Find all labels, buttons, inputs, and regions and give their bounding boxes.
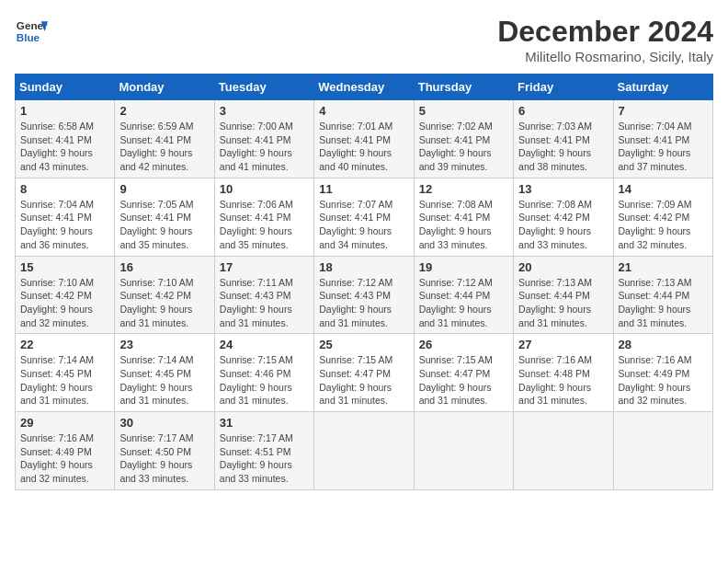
calendar-empty-cell [314,412,414,490]
weekday-header-friday: Friday [514,75,613,100]
calendar-day-4: 4 Sunrise: 7:01 AM Sunset: 4:41 PM Dayli… [314,100,414,178]
daylight-hours: Daylight: 9 hours and 31 minutes. [319,382,392,407]
sunset-time: Sunset: 4:48 PM [518,368,590,379]
calendar-day-21: 21 Sunrise: 7:13 AM Sunset: 4:44 PM Dayl… [613,256,712,334]
day-info: Sunrise: 6:59 AM Sunset: 4:41 PM Dayligh… [119,120,209,174]
daylight-hours: Daylight: 9 hours and 43 minutes. [20,147,93,172]
day-info: Sunrise: 7:10 AM Sunset: 4:42 PM Dayligh… [20,276,109,330]
day-info: Sunrise: 7:12 AM Sunset: 4:43 PM Dayligh… [319,276,408,330]
sunrise-time: Sunrise: 7:11 AM [220,277,293,288]
calendar-empty-cell [613,412,712,490]
calendar-day-8: 8 Sunrise: 7:04 AM Sunset: 4:41 PM Dayli… [16,178,115,256]
svg-text:Blue: Blue [17,31,40,43]
weekday-header-sunday: Sunday [16,75,115,100]
calendar-day-31: 31 Sunrise: 7:17 AM Sunset: 4:51 PM Dayl… [214,412,313,490]
sunset-time: Sunset: 4:41 PM [419,134,491,145]
daylight-hours: Daylight: 9 hours and 39 minutes. [419,147,492,172]
day-number: 16 [119,260,209,274]
weekday-header-thursday: Thursday [414,75,513,100]
calendar-empty-cell [414,412,513,490]
sunrise-time: Sunrise: 7:10 AM [119,277,193,288]
day-info: Sunrise: 7:16 AM Sunset: 4:48 PM Dayligh… [518,353,608,408]
daylight-hours: Daylight: 9 hours and 31 minutes. [419,304,492,328]
calendar-day-29: 29 Sunrise: 7:16 AM Sunset: 4:49 PM Dayl… [16,412,115,490]
daylight-hours: Daylight: 9 hours and 32 minutes. [619,382,691,407]
sunset-time: Sunset: 4:42 PM [119,290,191,301]
day-number: 17 [220,260,309,274]
sunset-time: Sunset: 4:49 PM [20,446,92,457]
daylight-hours: Daylight: 9 hours and 31 minutes. [119,382,192,407]
sunset-time: Sunset: 4:41 PM [319,134,391,145]
day-info: Sunrise: 7:09 AM Sunset: 4:42 PM Dayligh… [619,198,708,252]
sunrise-time: Sunrise: 6:58 AM [20,121,94,132]
calendar-day-25: 25 Sunrise: 7:15 AM Sunset: 4:47 PM Dayl… [314,334,414,412]
daylight-hours: Daylight: 9 hours and 41 minutes. [220,147,292,172]
day-number: 30 [119,416,209,430]
calendar-day-14: 14 Sunrise: 7:09 AM Sunset: 4:42 PM Dayl… [613,178,712,256]
day-number: 10 [220,182,309,196]
sunrise-time: Sunrise: 7:12 AM [319,277,392,288]
sunset-time: Sunset: 4:47 PM [319,368,391,379]
sunset-time: Sunset: 4:46 PM [220,368,291,379]
day-number: 12 [419,182,508,196]
day-number: 22 [20,338,109,351]
daylight-hours: Daylight: 9 hours and 35 minutes. [220,225,292,250]
calendar-day-24: 24 Sunrise: 7:15 AM Sunset: 4:46 PM Dayl… [214,334,313,412]
sunrise-time: Sunrise: 7:05 AM [119,199,193,210]
day-info: Sunrise: 7:17 AM Sunset: 4:51 PM Dayligh… [220,431,309,486]
calendar-day-23: 23 Sunrise: 7:14 AM Sunset: 4:45 PM Dayl… [115,334,214,412]
sunset-time: Sunset: 4:42 PM [518,212,590,223]
day-info: Sunrise: 7:17 AM Sunset: 4:50 PM Dayligh… [119,431,209,486]
calendar-week-4: 22 Sunrise: 7:14 AM Sunset: 4:45 PM Dayl… [16,334,713,412]
sunrise-time: Sunrise: 7:10 AM [20,277,94,288]
daylight-hours: Daylight: 9 hours and 35 minutes. [119,225,192,250]
sunset-time: Sunset: 4:41 PM [119,212,191,223]
calendar-day-17: 17 Sunrise: 7:11 AM Sunset: 4:43 PM Dayl… [214,256,313,334]
sunrise-time: Sunrise: 7:00 AM [220,121,293,132]
calendar-day-30: 30 Sunrise: 7:17 AM Sunset: 4:50 PM Dayl… [115,412,214,490]
day-number: 24 [220,338,309,351]
daylight-hours: Daylight: 9 hours and 32 minutes. [20,304,93,328]
day-number: 25 [319,338,408,351]
title-area: December 2024 Militello Rosmarino, Sicil… [497,15,713,64]
calendar-day-16: 16 Sunrise: 7:10 AM Sunset: 4:42 PM Dayl… [115,256,214,334]
calendar-week-5: 29 Sunrise: 7:16 AM Sunset: 4:49 PM Dayl… [16,412,713,490]
sunset-time: Sunset: 4:42 PM [619,212,690,223]
sunrise-time: Sunrise: 7:04 AM [619,121,692,132]
sunset-time: Sunset: 4:41 PM [20,212,92,223]
day-number: 11 [319,182,408,196]
day-number: 8 [20,182,109,196]
day-info: Sunrise: 7:00 AM Sunset: 4:41 PM Dayligh… [220,120,309,174]
sunrise-time: Sunrise: 7:16 AM [619,354,692,365]
day-number: 31 [220,416,309,430]
sunrise-time: Sunrise: 7:01 AM [319,121,392,132]
calendar-empty-cell [514,412,613,490]
daylight-hours: Daylight: 9 hours and 31 minutes. [220,304,292,328]
calendar-day-18: 18 Sunrise: 7:12 AM Sunset: 4:43 PM Dayl… [314,256,414,334]
day-number: 26 [419,338,508,351]
sunrise-time: Sunrise: 7:14 AM [20,354,94,365]
day-number: 7 [619,104,708,118]
day-info: Sunrise: 7:04 AM Sunset: 4:41 PM Dayligh… [619,120,708,174]
sunrise-time: Sunrise: 7:08 AM [419,199,493,210]
day-number: 2 [119,104,209,118]
calendar-day-5: 5 Sunrise: 7:02 AM Sunset: 4:41 PM Dayli… [414,100,513,178]
daylight-hours: Daylight: 9 hours and 33 minutes. [220,459,292,484]
day-number: 19 [419,260,508,274]
daylight-hours: Daylight: 9 hours and 31 minutes. [518,304,591,328]
sunrise-time: Sunrise: 7:17 AM [119,432,193,443]
day-number: 20 [518,260,608,274]
daylight-hours: Daylight: 9 hours and 38 minutes. [518,147,591,172]
day-number: 4 [319,104,408,118]
day-number: 6 [518,104,608,118]
sunset-time: Sunset: 4:44 PM [419,290,491,301]
sunset-time: Sunset: 4:42 PM [20,290,92,301]
weekday-header-monday: Monday [115,75,214,100]
sunset-time: Sunset: 4:44 PM [518,290,590,301]
sunrise-time: Sunrise: 7:02 AM [419,121,493,132]
day-info: Sunrise: 7:13 AM Sunset: 4:44 PM Dayligh… [619,276,708,330]
calendar-day-27: 27 Sunrise: 7:16 AM Sunset: 4:48 PM Dayl… [514,334,613,412]
day-info: Sunrise: 7:01 AM Sunset: 4:41 PM Dayligh… [319,120,408,174]
day-info: Sunrise: 7:15 AM Sunset: 4:47 PM Dayligh… [319,353,408,408]
daylight-hours: Daylight: 9 hours and 31 minutes. [619,304,691,328]
